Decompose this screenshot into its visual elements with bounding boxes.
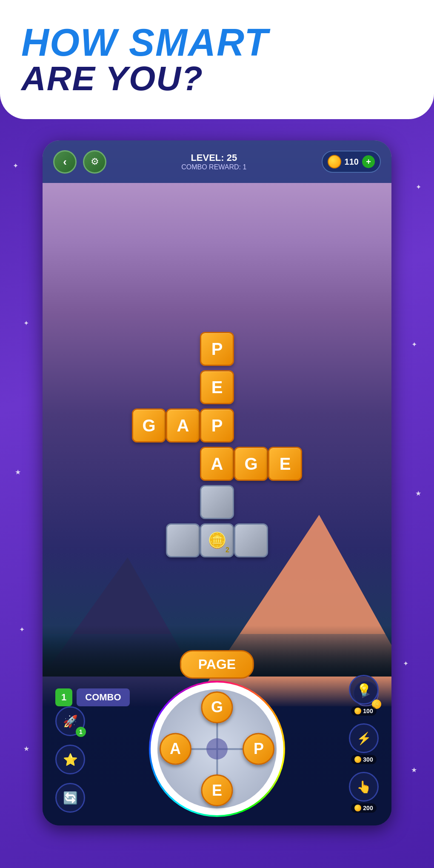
deco-star-6: ✦ [416,183,421,191]
finger-icon: 👆 [357,780,371,794]
deco-star-9: ✦ [403,660,408,668]
game-header: ‹ ⚙ LEVEL: 25 COMBO REWARD: 1 110 + [43,140,391,183]
coins-display: 110 + [322,151,381,173]
combo-reward-display: COMBO REWARD: 1 [181,163,246,171]
wheel-letter-E[interactable]: E [201,774,233,806]
tile-G-2: G [132,408,166,443]
wheel-letter-G[interactable]: G [201,691,233,723]
hint-icon: 💡 [357,683,371,697]
lightning-cost: 300 [351,755,376,764]
rocket-icon: 🚀 [63,714,78,728]
wheel-letter-P[interactable]: P [243,733,274,765]
deco-star-3: ★ [15,468,21,476]
refresh-button[interactable]: 🔄 [55,783,85,813]
finger-cost-coin [354,805,361,811]
back-icon: ‹ [63,155,67,168]
tile-A-2: A [166,408,200,443]
tile-G-3: G [234,447,268,481]
combo-label: COMBO [77,688,129,706]
tile-E-3: E [268,447,302,481]
game-controls: 1 COMBO ▶ 🪙 PAGE [43,677,391,825]
settings-icon: ⚙ [91,156,99,167]
combo-badge: 1 COMBO [55,688,130,706]
hint-cost-coin [354,708,361,714]
deco-star-7: ✦ [411,340,417,348]
tile-coin-5: 🪙2 [200,523,234,557]
finger-cost: 200 [351,803,376,813]
settings-button[interactable]: ⚙ [83,150,106,174]
finger-button[interactable]: 👆 [349,772,379,802]
finger-button-container: 👆 200 [349,772,379,813]
headline-line1: HOW SMART [21,23,268,62]
level-display: LEVEL: 25 [181,152,246,163]
headline-line2: ARE YOU? [21,62,203,96]
combo-number: 1 [55,688,72,706]
left-action-buttons: 🚀 1 ⭐ 🔄 [55,706,85,813]
letter-wheel[interactable]: G A P E [149,681,285,817]
crossword-grid: P E G A P A G E 🪙2 [132,332,302,536]
hint-cost: 100 [351,706,376,716]
lightning-cost-coin [354,756,361,763]
tile-P-0: P [200,332,234,366]
tile-E-1: E [200,370,234,404]
rocket-button[interactable]: 🚀 1 [55,706,85,736]
current-word-display: PAGE [180,650,254,679]
tile-gray-5-left [166,523,200,557]
finger-cost-num: 200 [363,805,373,811]
star-icon: ⭐ [63,753,78,767]
back-button[interactable]: ‹ [53,150,77,174]
lightning-button-container: ⚡ 300 [349,723,379,764]
deco-star-5: ★ [23,745,29,753]
add-coins-button[interactable]: + [362,155,375,168]
tiles-area: P E G A P A G E 🪙2 [43,191,391,677]
rocket-badge: 1 [76,727,86,737]
right-action-buttons: 💡 100 ⚡ 300 👆 [349,675,379,813]
lightning-button[interactable]: ⚡ [349,723,379,753]
deco-star-2: ✦ [23,319,29,327]
hint-button[interactable]: 💡 [349,675,379,705]
coin-icon [328,155,341,168]
tile-A-3: A [200,447,234,481]
deco-star-10: ★ [411,766,417,774]
deco-star-8: ★ [415,489,421,497]
wheel-center [206,738,228,760]
refresh-icon: 🔄 [63,791,78,805]
wheel-inner: G A P E [157,689,277,809]
lightning-icon: ⚡ [357,731,371,745]
coins-count: 110 [345,157,359,167]
deco-star-4: ✦ [19,625,25,634]
tile-gray-5-right [234,523,268,557]
hint-cost-num: 100 [363,708,373,714]
wheel-ring: G A P E [149,681,285,817]
game-device: ‹ ⚙ LEVEL: 25 COMBO REWARD: 1 110 + P E … [43,140,391,825]
tile-P-2: P [200,408,234,443]
wheel-letter-A[interactable]: A [160,733,191,765]
header-center: LEVEL: 25 COMBO REWARD: 1 [181,152,246,171]
tile-gray-4 [200,485,234,519]
header-left-btns: ‹ ⚙ [53,150,106,174]
star-button[interactable]: ⭐ [55,745,85,774]
top-banner: HOW SMART ARE YOU? [0,0,434,119]
hint-button-container: 💡 100 [349,675,379,716]
lightning-cost-num: 300 [363,756,373,763]
deco-star-1: ✦ [13,162,18,170]
